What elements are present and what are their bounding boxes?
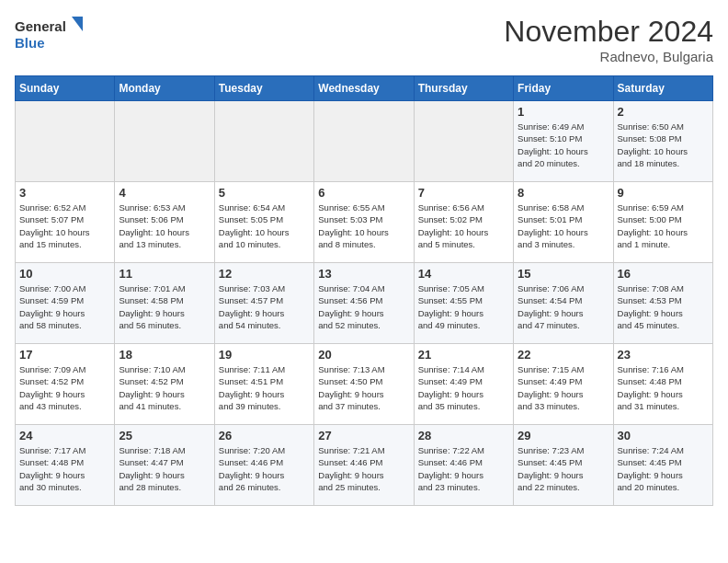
calendar-cell: 8Sunrise: 6:58 AM Sunset: 5:01 PM Daylig… [514,182,613,263]
calendar-week: 10Sunrise: 7:00 AM Sunset: 4:59 PM Dayli… [16,263,713,344]
day-header: Saturday [613,76,712,101]
calendar-cell [414,101,513,182]
day-number: 26 [219,429,310,442]
calendar-cell: 12Sunrise: 7:03 AM Sunset: 4:57 PM Dayli… [214,263,313,344]
calendar-cell: 13Sunrise: 7:04 AM Sunset: 4:56 PM Dayli… [314,263,414,344]
day-number: 21 [418,348,509,362]
calendar-table: SundayMondayTuesdayWednesdayThursdayFrid… [15,75,713,506]
day-number: 28 [418,429,509,442]
calendar-cell: 21Sunrise: 7:14 AM Sunset: 4:49 PM Dayli… [414,344,513,425]
calendar-cell: 10Sunrise: 7:00 AM Sunset: 4:59 PM Dayli… [16,263,115,344]
day-info: Sunrise: 6:58 AM Sunset: 5:01 PM Dayligh… [518,201,609,250]
calendar-cell: 16Sunrise: 7:08 AM Sunset: 4:53 PM Dayli… [613,263,712,344]
day-number: 1 [518,105,609,119]
day-info: Sunrise: 6:55 AM Sunset: 5:03 PM Dayligh… [318,201,409,250]
day-number: 27 [318,429,409,442]
day-number: 22 [518,348,609,362]
calendar-cell: 9Sunrise: 6:59 AM Sunset: 5:00 PM Daylig… [613,182,712,263]
calendar-cell [16,101,115,182]
day-number: 25 [119,429,210,442]
header-row: SundayMondayTuesdayWednesdayThursdayFrid… [16,76,713,101]
calendar-cell: 23Sunrise: 7:16 AM Sunset: 4:48 PM Dayli… [613,344,712,425]
calendar-cell: 20Sunrise: 7:13 AM Sunset: 4:50 PM Dayli… [314,344,414,425]
logo-svg: General Blue [15,15,88,55]
day-number: 11 [119,267,210,281]
day-info: Sunrise: 7:18 AM Sunset: 4:47 PM Dayligh… [119,444,210,493]
day-info: Sunrise: 7:11 AM Sunset: 4:51 PM Dayligh… [219,363,310,412]
day-info: Sunrise: 6:54 AM Sunset: 5:05 PM Dayligh… [219,201,310,250]
day-number: 3 [19,186,110,200]
day-info: Sunrise: 7:16 AM Sunset: 4:48 PM Dayligh… [618,363,709,412]
svg-marker-2 [72,17,83,31]
day-info: Sunrise: 7:23 AM Sunset: 4:45 PM Dayligh… [518,444,609,493]
day-info: Sunrise: 7:21 AM Sunset: 4:46 PM Dayligh… [318,444,409,493]
calendar-cell [214,101,313,182]
day-header: Tuesday [214,76,313,101]
day-number: 14 [418,267,509,281]
calendar-cell: 19Sunrise: 7:11 AM Sunset: 4:51 PM Dayli… [214,344,313,425]
day-info: Sunrise: 7:15 AM Sunset: 4:49 PM Dayligh… [518,363,609,412]
day-header: Monday [115,76,214,101]
day-number: 7 [418,186,509,200]
day-info: Sunrise: 6:59 AM Sunset: 5:00 PM Dayligh… [618,201,709,250]
day-info: Sunrise: 6:49 AM Sunset: 5:10 PM Dayligh… [518,121,609,169]
day-number: 8 [518,186,609,200]
day-header: Sunday [16,76,115,101]
calendar-cell: 7Sunrise: 6:56 AM Sunset: 5:02 PM Daylig… [414,182,513,263]
day-info: Sunrise: 7:05 AM Sunset: 4:55 PM Dayligh… [418,282,509,331]
day-info: Sunrise: 6:50 AM Sunset: 5:08 PM Dayligh… [618,121,709,169]
day-info: Sunrise: 7:17 AM Sunset: 4:48 PM Dayligh… [19,444,110,493]
day-number: 5 [219,186,310,200]
day-number: 29 [518,429,609,442]
day-info: Sunrise: 6:56 AM Sunset: 5:02 PM Dayligh… [418,201,509,250]
calendar-week: 24Sunrise: 7:17 AM Sunset: 4:48 PM Dayli… [16,425,713,506]
day-number: 18 [119,348,210,362]
day-number: 24 [19,429,110,442]
day-number: 20 [318,348,409,362]
day-info: Sunrise: 7:01 AM Sunset: 4:58 PM Dayligh… [119,282,210,331]
day-info: Sunrise: 7:09 AM Sunset: 4:52 PM Dayligh… [19,363,110,412]
day-info: Sunrise: 7:00 AM Sunset: 4:59 PM Dayligh… [19,282,110,331]
day-number: 12 [219,267,310,281]
calendar-cell: 26Sunrise: 7:20 AM Sunset: 4:46 PM Dayli… [214,425,313,506]
day-info: Sunrise: 7:10 AM Sunset: 4:52 PM Dayligh… [119,363,210,412]
calendar-week: 3Sunrise: 6:52 AM Sunset: 5:07 PM Daylig… [16,182,713,263]
day-number: 6 [318,186,409,200]
day-info: Sunrise: 7:04 AM Sunset: 4:56 PM Dayligh… [318,282,409,331]
day-info: Sunrise: 7:14 AM Sunset: 4:49 PM Dayligh… [418,363,509,412]
day-info: Sunrise: 7:08 AM Sunset: 4:53 PM Dayligh… [618,282,709,331]
calendar-cell: 22Sunrise: 7:15 AM Sunset: 4:49 PM Dayli… [514,344,613,425]
day-info: Sunrise: 6:53 AM Sunset: 5:06 PM Dayligh… [119,201,210,250]
day-number: 13 [318,267,409,281]
page-header: General Blue November 2024 Radnevo, Bulg… [15,15,713,64]
calendar-cell: 24Sunrise: 7:17 AM Sunset: 4:48 PM Dayli… [16,425,115,506]
day-number: 15 [518,267,609,281]
day-number: 4 [119,186,210,200]
day-number: 10 [19,267,110,281]
title-block: November 2024 Radnevo, Bulgaria [504,15,713,64]
day-number: 17 [19,348,110,362]
svg-text:General: General [15,18,66,34]
calendar-cell: 25Sunrise: 7:18 AM Sunset: 4:47 PM Dayli… [115,425,214,506]
day-info: Sunrise: 7:13 AM Sunset: 4:50 PM Dayligh… [318,363,409,412]
month-title: November 2024 [504,15,713,49]
calendar-cell [115,101,214,182]
day-number: 23 [618,348,709,362]
calendar-cell: 6Sunrise: 6:55 AM Sunset: 5:03 PM Daylig… [314,182,414,263]
day-number: 19 [219,348,310,362]
day-number: 30 [618,429,709,442]
day-header: Wednesday [314,76,414,101]
day-header: Friday [514,76,613,101]
calendar-cell: 29Sunrise: 7:23 AM Sunset: 4:45 PM Dayli… [514,425,613,506]
day-number: 2 [618,105,709,119]
calendar-cell: 1Sunrise: 6:49 AM Sunset: 5:10 PM Daylig… [514,101,613,182]
calendar-cell: 11Sunrise: 7:01 AM Sunset: 4:58 PM Dayli… [115,263,214,344]
day-info: Sunrise: 7:24 AM Sunset: 4:45 PM Dayligh… [618,444,709,493]
calendar-cell: 18Sunrise: 7:10 AM Sunset: 4:52 PM Dayli… [115,344,214,425]
day-info: Sunrise: 6:52 AM Sunset: 5:07 PM Dayligh… [19,201,110,250]
day-header: Thursday [414,76,513,101]
day-info: Sunrise: 7:22 AM Sunset: 4:46 PM Dayligh… [418,444,509,493]
calendar-cell: 14Sunrise: 7:05 AM Sunset: 4:55 PM Dayli… [414,263,513,344]
calendar-week: 1Sunrise: 6:49 AM Sunset: 5:10 PM Daylig… [16,101,713,182]
day-info: Sunrise: 7:03 AM Sunset: 4:57 PM Dayligh… [219,282,310,331]
